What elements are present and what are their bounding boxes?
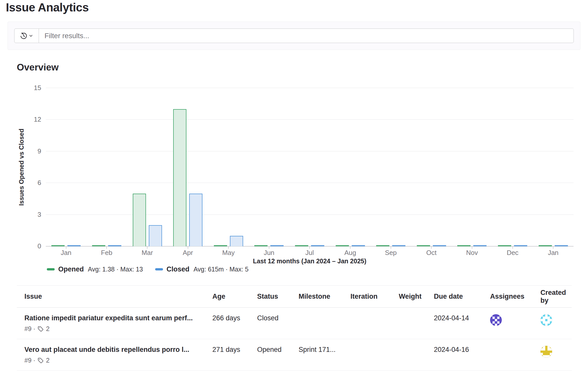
bar-closed-4[interactable] [230, 236, 243, 246]
bar-opened-10[interactable] [457, 245, 471, 246]
x-axis-tick-labels: JanFebMarAprMayJunJulAugSepOctNovDecJan [46, 249, 574, 257]
bar-opened-5[interactable] [254, 245, 268, 246]
bar-closed-2[interactable] [149, 225, 162, 246]
issue-title-link[interactable]: Vero aut placeat unde debitis repellendu… [24, 346, 212, 354]
x-axis-tick [512, 247, 513, 249]
age-cell: 271 days [212, 339, 257, 371]
bar-closed-10[interactable] [473, 245, 487, 246]
month-group-jul-6 [289, 88, 330, 246]
x-axis-tick [188, 247, 188, 249]
bar-opened-4[interactable] [214, 245, 227, 246]
bar-opened-12[interactable] [539, 245, 552, 246]
x-tick-label: Jun [249, 249, 289, 257]
due-date-cell: 2024-04-16 [434, 339, 490, 371]
x-axis-tick [472, 247, 472, 249]
x-axis-tick [431, 247, 432, 249]
issue-meta: #9 ·2 [24, 325, 212, 333]
label-tag-icon [38, 357, 44, 364]
issue-ref: #9 · [24, 357, 35, 364]
filter-results-input[interactable] [39, 28, 574, 43]
chevron-down-icon [29, 34, 33, 38]
label-tag-icon [38, 326, 44, 332]
month-group-jun-5 [249, 88, 289, 246]
bar-opened-11[interactable] [498, 245, 511, 246]
legend-stats: Avg: 1.38 · Max: 13 [88, 266, 143, 273]
y-tick-label: 15 [34, 84, 41, 92]
x-tick-label: Oct [411, 249, 452, 257]
issue-cell: Vero aut placeat unde debitis repellendu… [17, 339, 212, 371]
month-group-oct-9 [411, 88, 452, 246]
y-tick-label: 12 [34, 116, 41, 123]
legend-item-opened[interactable]: OpenedAvg: 1.38 · Max: 13 [47, 265, 143, 273]
filter-group [14, 28, 574, 43]
month-group-dec-11 [492, 88, 533, 246]
chart-legend: OpenedAvg: 1.38 · Max: 13ClosedAvg: 615m… [47, 265, 248, 274]
issue-title-link[interactable]: Ratione impedit pariatur expedita sunt e… [24, 314, 212, 322]
bar-closed-0[interactable] [67, 245, 81, 246]
x-tick-label: Aug [330, 249, 371, 257]
x-axis-tick [269, 247, 269, 249]
overview-heading: Overview [17, 62, 59, 73]
bar-opened-7[interactable] [336, 245, 349, 246]
month-group-may-4 [208, 88, 249, 246]
user-avatar[interactable] [540, 346, 552, 357]
status-cell: Opened [257, 339, 299, 371]
bar-closed-5[interactable] [270, 245, 284, 246]
bar-opened-0[interactable] [51, 245, 65, 246]
milestone-cell [299, 308, 350, 339]
chart-plot-area: 03691215 [46, 88, 574, 246]
table-header-row: IssueAgeStatusMilestoneIterationWeightDu… [17, 286, 572, 308]
x-tick-label: Dec [492, 249, 533, 257]
legend-stats: Avg: 615m · Max: 5 [194, 266, 248, 273]
bar-opened-3[interactable] [173, 109, 186, 246]
month-group-aug-7 [330, 88, 371, 246]
x-tick-label: Apr [168, 249, 208, 257]
bar-closed-3[interactable] [189, 194, 202, 246]
bar-closed-6[interactable] [311, 245, 324, 246]
bar-closed-8[interactable] [392, 245, 405, 246]
bar-closed-7[interactable] [352, 245, 365, 246]
column-header-assignees: Assignees [490, 286, 540, 308]
user-avatar[interactable] [490, 314, 502, 326]
month-group-jan-12 [533, 88, 574, 246]
milestone-cell: Sprint 171... [299, 339, 350, 371]
legend-label: Closed [167, 265, 189, 273]
bar-closed-1[interactable] [108, 245, 121, 246]
iteration-cell [350, 339, 399, 371]
bar-closed-9[interactable] [433, 245, 446, 246]
x-axis-tick [391, 247, 391, 249]
user-avatar[interactable] [540, 314, 552, 326]
column-header-iteration: Iteration [350, 286, 399, 308]
bar-opened-6[interactable] [295, 245, 308, 246]
bar-opened-9[interactable] [417, 245, 430, 246]
legend-swatch-closed [155, 268, 163, 270]
column-header-status: Status [257, 286, 299, 308]
bar-closed-11[interactable] [514, 245, 527, 246]
bar-closed-12[interactable] [555, 245, 568, 246]
x-axis-tick [147, 247, 148, 249]
bar-opened-1[interactable] [92, 245, 105, 246]
recent-searches-button[interactable] [14, 28, 39, 43]
x-axis-tick [350, 247, 350, 249]
column-header-age: Age [212, 286, 257, 308]
month-group-sep-8 [371, 88, 411, 246]
assignees-cell [490, 339, 540, 371]
x-axis-tick [553, 247, 553, 249]
legend-item-closed[interactable]: ClosedAvg: 615m · Max: 5 [155, 265, 248, 273]
legend-label: Opened [58, 265, 84, 273]
bar-opened-8[interactable] [376, 245, 389, 246]
weight-cell [399, 339, 434, 371]
issue-ref: #9 · [24, 325, 35, 333]
bar-opened-2[interactable] [133, 194, 146, 246]
column-header-issue: Issue [17, 286, 212, 308]
due-date-cell: 2024-04-14 [434, 308, 490, 339]
y-axis-label: Issues Opened vs Closed [18, 129, 25, 206]
x-tick-label: Nov [452, 249, 492, 257]
created-by-cell [540, 308, 572, 339]
column-header-weight: Weight [399, 286, 434, 308]
x-tick-label: Jul [289, 249, 330, 257]
assignees-cell [490, 308, 540, 339]
x-axis-tick [309, 247, 310, 249]
age-cell: 266 days [212, 308, 257, 339]
weight-cell [399, 308, 434, 339]
